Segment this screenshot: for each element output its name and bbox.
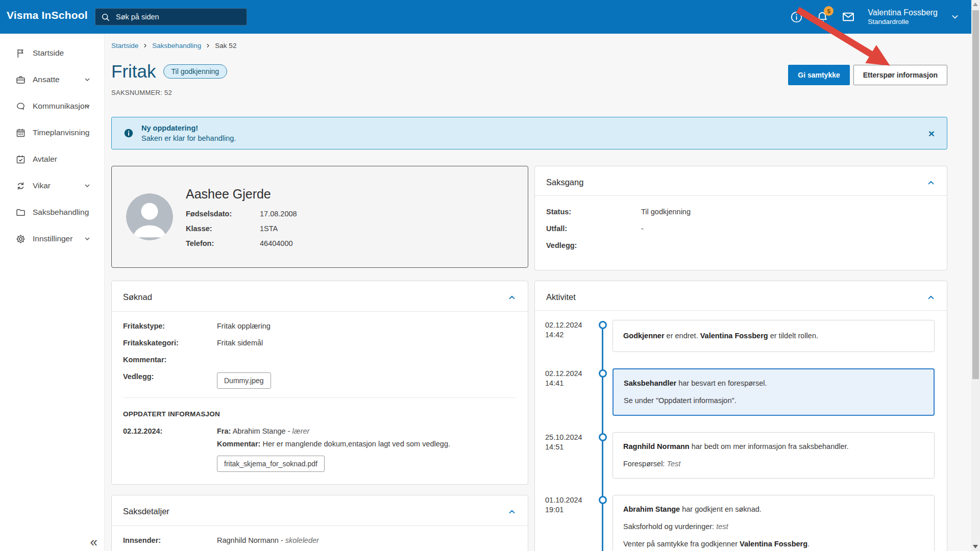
gi-samtykke-button[interactable]: Gi samtykke [788, 65, 850, 85]
activity-entry: 02.12.202414:42 Godkjenner er endret. Va… [545, 320, 935, 352]
page-scrollbar[interactable] [971, 0, 980, 551]
student-field-row: Klasse: 1STA [186, 224, 297, 233]
gear-icon [15, 234, 26, 244]
sidebar-item-vikar[interactable]: Vikar [0, 172, 104, 199]
scrollbar-thumb[interactable] [972, 10, 979, 379]
saksgang-card: Saksgang Status: Til godkjenning Utfall:… [534, 166, 947, 270]
topbar: Visma InSchool 5 Valentina Fossberg Stan… [0, 0, 971, 34]
status-badge: Til godkjenning [163, 64, 228, 79]
field-row: Vedlegg: [535, 237, 947, 254]
field-row: Vedlegg: Dummy.jpeg [123, 372, 517, 389]
avatar [126, 193, 173, 240]
updated-info-section: OPPDATERT INFORMASJON 02.12.2024: Fra: A… [123, 397, 517, 472]
attachment-chip[interactable]: Dummy.jpeg [217, 372, 271, 389]
collapse-section-icon[interactable] [507, 507, 517, 516]
breadcrumb-link-saksbehandling[interactable]: Saksbehandling [152, 42, 201, 49]
sidebar-item-startside[interactable]: Startside [0, 40, 104, 66]
sidebar-item-label: Saksbehandling [33, 208, 89, 217]
sidebar-collapse-button[interactable]: « [90, 534, 97, 550]
updated-info-from: Fra: Abrahim Stange - lærer [217, 427, 450, 435]
info-icon[interactable] [790, 10, 803, 24]
breadcrumb-current: Sak 52 [215, 42, 236, 49]
sidebar-item-saksbehandling[interactable]: Saksbehandling [0, 199, 104, 226]
folder-icon [15, 207, 26, 218]
activity-timestamp: 25.10.202414:51 [545, 432, 596, 479]
sidebar-item-innstillinger[interactable]: Innstillinger [0, 226, 104, 252]
timeline-node-icon [599, 496, 607, 504]
collapse-section-icon[interactable] [926, 178, 936, 187]
attachment-chip[interactable]: fritak_skjema_for_soknad.pdf [217, 456, 325, 472]
aktivitet-card: Aktivitet 02.12.202414:42 Godkjenner er … [534, 281, 947, 551]
sidebar-item-label: Innstillinger [33, 234, 72, 243]
chat-icon [15, 101, 26, 112]
collapse-section-icon[interactable] [507, 293, 517, 302]
chevron-right-icon [205, 43, 211, 48]
activity-entry: 25.10.202414:51 Ragnhild Normann har bed… [545, 432, 935, 479]
ettersporr-informasjon-button[interactable]: Etterspør informasjon [853, 65, 947, 85]
activity-timeline: 02.12.202414:42 Godkjenner er endret. Va… [535, 311, 947, 551]
saksgang-title: Saksgang [546, 178, 583, 187]
chevron-down-icon[interactable] [950, 12, 960, 22]
chevron-down-icon [83, 182, 91, 190]
notification-badge: 5 [824, 6, 834, 16]
activity-entry: 01.10.202419:01 Abrahim Stange har godkj… [545, 495, 935, 551]
info-circle-icon [123, 128, 134, 139]
breadcrumb-link-startside[interactable]: Startside [111, 42, 138, 49]
user-menu[interactable]: Valentina Fossberg Standardrolle [868, 8, 938, 27]
search-input[interactable] [115, 12, 241, 21]
activity-message: Abrahim Stange har godkjent en søknad. S… [612, 495, 935, 551]
field-row: Fritakskategori: Fritak sidemål [123, 339, 517, 347]
chevron-down-icon [83, 76, 91, 84]
field-row: Kommentar: [123, 356, 517, 364]
field-row: Utfall: - [535, 220, 947, 237]
scrollbar-down-arrow-icon[interactable] [973, 545, 978, 548]
alert-message: Saken er klar for behandling. [141, 133, 236, 143]
saksdetaljer-title: Saksdetaljer [123, 507, 169, 516]
activity-timestamp: 01.10.202419:01 [545, 495, 596, 551]
briefcase-icon [15, 74, 26, 85]
notifications-button[interactable]: 5 [816, 10, 829, 23]
search-box[interactable] [95, 8, 247, 26]
student-card: Aashee Gjerde Fødselsdato: 17.08.2008 Kl… [111, 166, 528, 268]
sidebar-item-ansatte[interactable]: Ansatte [0, 66, 104, 93]
calendar-icon [15, 128, 26, 138]
sidebar-item-label: Timeplanvisning [33, 128, 89, 137]
sidebar-item-avtaler[interactable]: Avtaler [0, 146, 104, 172]
search-icon [101, 12, 110, 22]
collapse-section-icon[interactable] [926, 293, 936, 302]
mail-icon[interactable] [841, 10, 855, 24]
updated-info-date: 02.12.2024: [123, 427, 217, 472]
update-alert: Ny oppdatering! Saken er klar for behand… [111, 117, 947, 149]
chevron-down-icon [83, 102, 91, 110]
student-field-row: Telefon: 46404000 [186, 239, 297, 247]
activity-entry: 02.12.202414:41 Saksbehandler har besvar… [545, 368, 935, 416]
calendar-check-icon [15, 154, 26, 165]
activity-message: Godkjenner er endret. Valentina Fossberg… [612, 320, 935, 352]
sidebar-item-label: Ansatte [33, 75, 60, 84]
page-title: Fritak [111, 61, 156, 82]
sidebar-item-label: Kommunikasjon [33, 102, 89, 111]
saksdetaljer-card: Saksdetaljer Innsender: Ragnhild Normann… [111, 495, 528, 551]
timeline-node-icon [599, 433, 607, 441]
user-role: Standardrolle [868, 18, 938, 27]
sidebar-item-kommunikasjon[interactable]: Kommunikasjon [0, 93, 104, 119]
field-row: Fritakstype: Fritak opplæring [123, 322, 517, 330]
soknad-card: Søknad Fritakstype: Fritak opplæring Fri… [111, 281, 528, 485]
updated-info-comment: Kommentar: Her er manglende dokum,entasj… [217, 440, 450, 448]
sidebar-item-timeplanvisning[interactable]: Timeplanvisning [0, 119, 104, 146]
swap-icon [15, 181, 26, 191]
main-content: Startside Saksbehandling Sak 52 Fritak T… [105, 34, 971, 551]
chevron-down-icon [83, 235, 91, 243]
student-field-row: Fødselsdato: 17.08.2008 [186, 210, 297, 218]
sidebar-item-label: Vikar [33, 181, 51, 190]
chevron-right-icon [142, 43, 148, 48]
close-icon[interactable]: × [928, 128, 935, 139]
field-row: Innsender: Ragnhild Normann - skoleleder [123, 536, 517, 544]
timeline-node-icon [599, 369, 607, 378]
field-row: Status: Til godkjenning [535, 203, 947, 220]
sidebar-item-label: Startside [33, 48, 64, 58]
activity-timestamp: 02.12.202414:42 [545, 320, 596, 352]
sidebar-item-label: Avtaler [33, 155, 57, 164]
soknad-title: Søknad [123, 292, 152, 302]
scrollbar-up-arrow-icon[interactable] [973, 3, 978, 6]
